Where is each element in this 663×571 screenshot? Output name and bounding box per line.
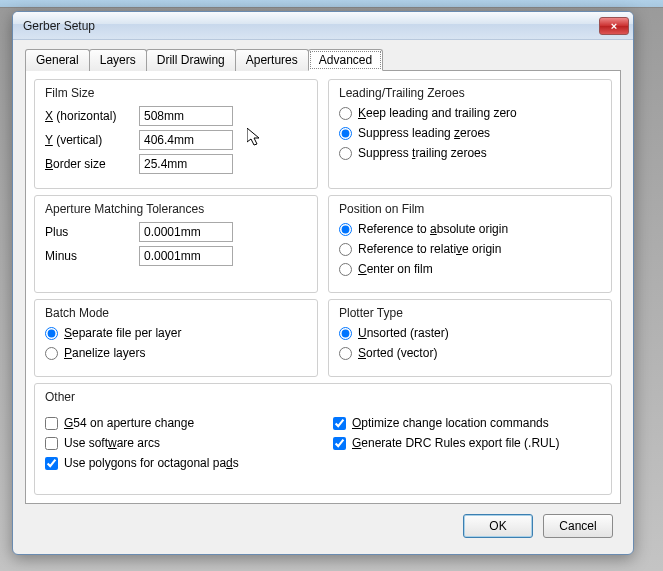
x-horizontal-input[interactable] — [139, 106, 233, 126]
aperture-tolerances-group: Aperture Matching Tolerances Plus Minus — [34, 195, 318, 293]
plotter-type-group: Plotter Type Unsorted (raster) Sorted (v… — [328, 299, 612, 377]
titlebar[interactable]: Gerber Setup × — [13, 12, 633, 40]
advanced-panel: Film Size X (horizontal) Y (vertical) Bo… — [25, 70, 621, 504]
position-relative-option[interactable]: Reference to relative origin — [339, 242, 601, 256]
film-size-group: Film Size X (horizontal) Y (vertical) Bo… — [34, 79, 318, 189]
batch-separate-option[interactable]: Separate file per layer — [45, 326, 307, 340]
tab-drill-drawing[interactable]: Drill Drawing — [146, 49, 236, 71]
window-title: Gerber Setup — [23, 19, 599, 33]
gerber-setup-dialog: Gerber Setup × General Layers Drill Draw… — [12, 11, 634, 555]
keep-zeroes-option[interactable]: Keep leading and trailing zero — [339, 106, 601, 120]
plus-input[interactable] — [139, 222, 233, 242]
border-size-input[interactable] — [139, 154, 233, 174]
y-vertical-label: Y (vertical) — [45, 133, 131, 147]
minus-input[interactable] — [139, 246, 233, 266]
tab-layers[interactable]: Layers — [89, 49, 147, 71]
tab-apertures[interactable]: Apertures — [235, 49, 309, 71]
zeroes-title: Leading/Trailing Zeroes — [339, 86, 601, 100]
polygons-octagonal-checkbox[interactable] — [45, 457, 58, 470]
button-bar: OK Cancel — [25, 504, 621, 546]
position-on-film-group: Position on Film Reference to absolute o… — [328, 195, 612, 293]
position-absolute-radio[interactable] — [339, 223, 352, 236]
suppress-leading-option[interactable]: Suppress leading zeroes — [339, 126, 601, 140]
tab-advanced[interactable]: Advanced — [308, 49, 383, 71]
film-size-title: Film Size — [45, 86, 307, 100]
background-tab-strip — [0, 0, 663, 8]
plotter-unsorted-radio[interactable] — [339, 327, 352, 340]
plotter-sorted-option[interactable]: Sorted (vector) — [339, 346, 601, 360]
y-vertical-input[interactable] — [139, 130, 233, 150]
other-group: Other G54 on aperture change Use softwar… — [34, 383, 612, 495]
batch-panelize-option[interactable]: Panelize layers — [45, 346, 307, 360]
suppress-trailing-radio[interactable] — [339, 147, 352, 160]
plotter-unsorted-option[interactable]: Unsorted (raster) — [339, 326, 601, 340]
batch-mode-group: Batch Mode Separate file per layer Panel… — [34, 299, 318, 377]
position-center-option[interactable]: Center on film — [339, 262, 601, 276]
g54-checkbox[interactable] — [45, 417, 58, 430]
batch-panelize-radio[interactable] — [45, 347, 58, 360]
position-absolute-option[interactable]: Reference to absolute origin — [339, 222, 601, 236]
software-arcs-checkbox[interactable] — [45, 437, 58, 450]
plotter-sorted-radio[interactable] — [339, 347, 352, 360]
aperture-tolerances-title: Aperture Matching Tolerances — [45, 202, 307, 216]
g54-option[interactable]: G54 on aperture change — [45, 416, 313, 430]
zeroes-group: Leading/Trailing Zeroes Keep leading and… — [328, 79, 612, 189]
batch-mode-title: Batch Mode — [45, 306, 307, 320]
close-icon: × — [611, 20, 617, 32]
other-title: Other — [45, 390, 601, 404]
optimize-commands-checkbox[interactable] — [333, 417, 346, 430]
polygons-octagonal-option[interactable]: Use polygons for octagonal pads — [45, 456, 313, 470]
plus-label: Plus — [45, 225, 131, 239]
ok-button[interactable]: OK — [463, 514, 533, 538]
tab-bar: General Layers Drill Drawing Apertures A… — [25, 48, 621, 70]
border-size-label: Border size — [45, 157, 131, 171]
position-on-film-title: Position on Film — [339, 202, 601, 216]
generate-drc-option[interactable]: Generate DRC Rules export file (.RUL) — [333, 436, 601, 450]
position-center-radio[interactable] — [339, 263, 352, 276]
keep-zeroes-radio[interactable] — [339, 107, 352, 120]
tab-general[interactable]: General — [25, 49, 90, 71]
position-relative-radio[interactable] — [339, 243, 352, 256]
suppress-leading-radio[interactable] — [339, 127, 352, 140]
optimize-commands-option[interactable]: Optimize change location commands — [333, 416, 601, 430]
batch-separate-radio[interactable] — [45, 327, 58, 340]
x-horizontal-label: X (horizontal) — [45, 109, 131, 123]
plotter-type-title: Plotter Type — [339, 306, 601, 320]
suppress-trailing-option[interactable]: Suppress trailing zeroes — [339, 146, 601, 160]
generate-drc-checkbox[interactable] — [333, 437, 346, 450]
cancel-button[interactable]: Cancel — [543, 514, 613, 538]
close-button[interactable]: × — [599, 17, 629, 35]
minus-label: Minus — [45, 249, 131, 263]
dialog-content: General Layers Drill Drawing Apertures A… — [13, 40, 633, 554]
software-arcs-option[interactable]: Use software arcs — [45, 436, 313, 450]
